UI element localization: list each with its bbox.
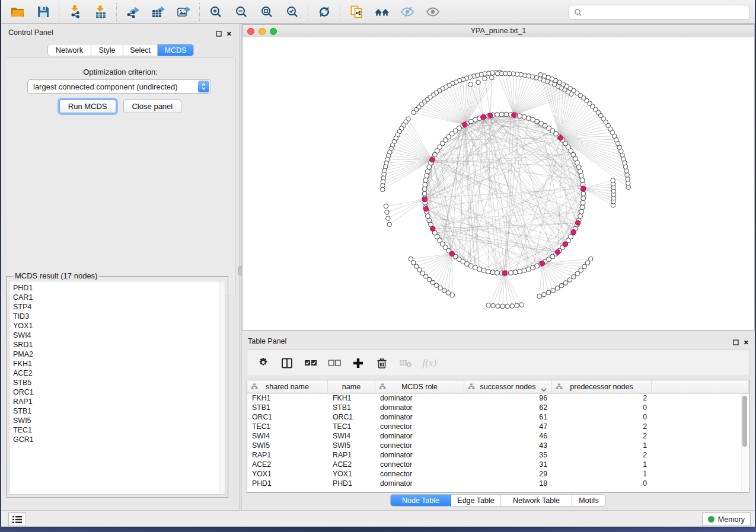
network-graph[interactable]	[243, 37, 754, 330]
hide-selected-icon	[400, 5, 414, 18]
close-table-panel-icon[interactable]: ✕	[744, 339, 749, 345]
zoom-fit-button[interactable]	[254, 2, 279, 22]
column-label: successor nodes	[480, 383, 536, 391]
mcds-result-item[interactable]: ORC1	[9, 387, 225, 397]
table-settings-button[interactable]	[256, 355, 271, 371]
mcds-result-item[interactable]: YOX1	[9, 321, 225, 331]
mcds-result-item[interactable]: PMA2	[9, 350, 225, 359]
cell-predecessor-nodes: 1	[552, 460, 652, 469]
column-header-shared-name[interactable]: shared name	[247, 380, 328, 393]
show-columns-button[interactable]	[279, 355, 295, 371]
table-row[interactable]: STB1STB1dominator620	[247, 403, 749, 412]
mcds-result-item[interactable]: SRD1	[9, 340, 225, 350]
search-input[interactable]	[586, 8, 745, 17]
export-table-button[interactable]	[145, 2, 171, 22]
delete-column-button[interactable]	[374, 355, 390, 371]
first-neighbors-button[interactable]	[369, 2, 394, 22]
mcds-result-item[interactable]: TID3	[9, 312, 225, 321]
optimization-criterion-dropdown[interactable]: largest connected component (undirected)	[27, 79, 211, 94]
search-box[interactable]	[569, 5, 750, 20]
memory-button[interactable]: Memory	[702, 512, 751, 526]
mcds-result-item[interactable]: CAR1	[9, 293, 225, 302]
select-all-button[interactable]	[303, 355, 318, 371]
mcds-result-item[interactable]: GCR1	[9, 435, 225, 444]
table-row[interactable]: SWI5SWI5connector431	[247, 441, 749, 450]
add-column-icon	[352, 357, 364, 369]
open-file-button[interactable]	[5, 2, 30, 22]
tab-network-table[interactable]: Network Table	[501, 495, 572, 506]
import-table-button[interactable]	[88, 2, 113, 22]
hide-selected-button[interactable]	[394, 2, 420, 22]
tab-network[interactable]: Network	[48, 44, 91, 56]
table-row[interactable]: FKH1FKH1dominator962	[247, 393, 749, 403]
table-body: FKH1FKH1dominator962STB1STB1dominator620…	[247, 393, 749, 488]
mcds-result-item[interactable]: SWI5	[9, 416, 225, 425]
mcds-result-item[interactable]: STB1	[9, 406, 225, 416]
toolbar-separator	[308, 3, 308, 21]
column-header-predecessor-nodes[interactable]: predecessor nodes	[552, 380, 652, 393]
zoom-selected-button[interactable]	[279, 2, 305, 22]
mcds-result-item[interactable]: RAP1	[9, 397, 225, 406]
dropdown-stepper-icon	[198, 81, 209, 92]
mcds-result-item[interactable]: TEC1	[9, 425, 225, 435]
cell-name: TEC1	[328, 422, 375, 431]
table-row[interactable]: RAP1RAP1dominator352	[247, 450, 749, 460]
mcds-result-item[interactable]: FKH1	[9, 359, 225, 368]
task-history-button[interactable]	[8, 512, 26, 526]
memory-label: Memory	[718, 515, 745, 524]
table-row[interactable]: ORC1ORC1dominator610	[247, 412, 749, 422]
mcds-result-item[interactable]: ACE2	[9, 368, 225, 378]
clone-network-button[interactable]	[343, 2, 369, 22]
table-row[interactable]: ACE2ACE2connector311	[247, 460, 749, 469]
export-image-button[interactable]	[171, 2, 196, 22]
cell-shared-name: ORC1	[247, 413, 328, 421]
cell-successor-nodes: 61	[464, 413, 552, 421]
tab-style[interactable]: Style	[91, 44, 123, 56]
tab-motifs[interactable]: Motifs	[572, 495, 605, 506]
tab-edge-table[interactable]: Edge Table	[451, 495, 501, 506]
refresh-button[interactable]	[311, 2, 337, 22]
mcds-tab-content: Optimization criterion: largest connecte…	[5, 57, 236, 296]
column-header-successor-nodes[interactable]: successor nodes	[464, 380, 552, 393]
network-window-title: YPA_prune.txt_1	[243, 27, 754, 35]
deselect-all-icon	[328, 359, 341, 367]
table-row[interactable]: YOX1YOX1connector291	[247, 469, 749, 479]
deselect-all-button[interactable]	[327, 355, 342, 371]
column-header-name[interactable]: name	[328, 380, 375, 393]
mcds-result-item[interactable]: STB5	[9, 378, 225, 387]
tab-select[interactable]: Select	[123, 44, 158, 56]
zoom-in-button[interactable]	[203, 2, 228, 22]
mcds-result-item[interactable]: STP4	[9, 302, 225, 312]
mcds-result-list: PHD1CAR1STP4TID3YOX1SWI4SRD1PMA2FKH1ACE2…	[9, 281, 225, 495]
mcds-list-scrollbar[interactable]	[219, 281, 225, 494]
control-panel-title: Control Panel	[8, 28, 53, 37]
import-network-button[interactable]	[62, 2, 88, 22]
table-row[interactable]: SWI4SWI4dominator462	[247, 431, 749, 441]
column-label: name	[342, 383, 361, 391]
column-label: MCDS role	[401, 383, 438, 391]
zoom-out-button[interactable]	[228, 2, 254, 22]
add-column-button[interactable]	[350, 355, 366, 371]
column-header-mcds-role[interactable]: MCDS role	[375, 380, 464, 393]
cell-name: SWI4	[328, 432, 375, 440]
close-panel-icon[interactable]: ✕	[227, 31, 232, 37]
function-builder-icon: f(x)	[422, 357, 436, 369]
export-network-button[interactable]	[120, 2, 145, 22]
mcds-result-item[interactable]: SWI4	[9, 331, 225, 340]
app-window: Control Panel ✕ NetworkStyleSelectMCDS O…	[1, 0, 755, 527]
table-row[interactable]: PHD1PHD1dominator180	[247, 479, 749, 488]
task-list-icon	[12, 515, 23, 524]
table-scrollbar[interactable]	[741, 393, 748, 491]
show-all-button[interactable]	[420, 2, 445, 22]
float-table-panel-icon[interactable]	[733, 337, 739, 348]
save-session-button[interactable]	[30, 2, 56, 22]
tab-mcds[interactable]: MCDS	[158, 44, 193, 56]
table-scrollbar-thumb[interactable]	[742, 396, 747, 447]
table-row[interactable]: TEC1TEC1connector472	[247, 422, 749, 431]
float-panel-icon[interactable]	[216, 28, 222, 39]
run-mcds-button[interactable]: Run MCDS	[59, 100, 116, 113]
network-canvas[interactable]	[243, 37, 754, 330]
mcds-result-item[interactable]: PHD1	[9, 283, 225, 293]
close-panel-button[interactable]: Close panel	[123, 100, 182, 113]
tab-node-table[interactable]: Node Table	[391, 495, 451, 506]
